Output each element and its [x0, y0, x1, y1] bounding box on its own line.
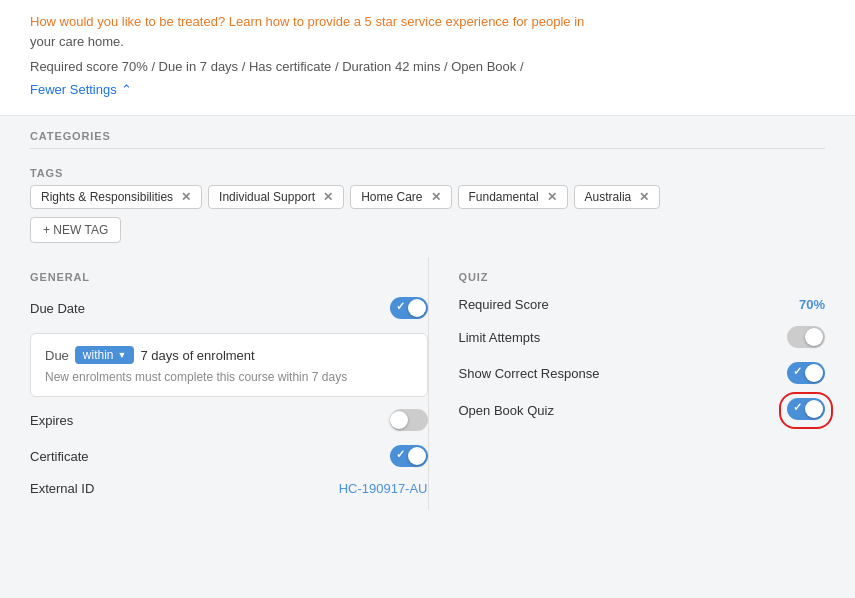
- tag-chip-individual: Individual Support ✕: [208, 185, 344, 209]
- chevron-down-icon: ▼: [118, 350, 127, 360]
- expires-toggle[interactable]: [390, 409, 428, 431]
- tag-text-homecare: Home Care: [361, 190, 422, 204]
- due-date-label: Due Date: [30, 301, 85, 316]
- general-section: GENERAL Due Date Due within ▼ 7 days: [30, 257, 428, 510]
- limit-attempts-label: Limit Attempts: [459, 330, 541, 345]
- required-score-label: Required Score: [459, 297, 549, 312]
- external-id-value: HC-190917-AU: [339, 481, 428, 496]
- show-correct-response-label: Show Correct Response: [459, 366, 600, 381]
- fewer-settings-label: Fewer Settings: [30, 82, 117, 97]
- open-book-quiz-toggle[interactable]: [787, 398, 825, 420]
- description-text: How would you like to be treated? Learn …: [30, 12, 825, 51]
- within-badge[interactable]: within ▼: [75, 346, 135, 364]
- page-container: How would you like to be treated? Learn …: [0, 0, 855, 598]
- required-score-row: Required Score 70%: [459, 297, 826, 312]
- external-id-row: External ID HC-190917-AU: [30, 481, 428, 496]
- main-grid: GENERAL Due Date Due within ▼ 7 days: [0, 257, 855, 530]
- certificate-row: Certificate: [30, 445, 428, 467]
- description-orange: How would you like to be treated? Learn …: [30, 14, 584, 29]
- due-date-row: Due Date: [30, 297, 428, 319]
- tag-remove-australia[interactable]: ✕: [639, 190, 649, 204]
- open-book-quiz-label: Open Book Quiz: [459, 403, 554, 418]
- expires-row: Expires: [30, 409, 428, 431]
- tags-label: TAGS: [30, 167, 825, 179]
- tags-section: TAGS Rights & Responsibilities ✕ Individ…: [0, 159, 855, 257]
- limit-attempts-toggle[interactable]: [787, 326, 825, 348]
- open-book-quiz-toggle-container: [787, 398, 825, 423]
- certificate-toggle[interactable]: [390, 445, 428, 467]
- new-tag-button[interactable]: + NEW TAG: [30, 217, 121, 243]
- tag-chip-homecare: Home Care ✕: [350, 185, 451, 209]
- due-inline: Due within ▼ 7 days of enrolment: [45, 346, 413, 364]
- quiz-section: QUIZ Required Score 70% Limit Attempts S…: [428, 257, 826, 510]
- expires-label: Expires: [30, 413, 73, 428]
- tag-remove-homecare[interactable]: ✕: [431, 190, 441, 204]
- days-text: 7 days of enrolment: [140, 348, 254, 363]
- external-id-label: External ID: [30, 481, 94, 496]
- top-section: How would you like to be treated? Learn …: [0, 0, 855, 116]
- tag-remove-rights[interactable]: ✕: [181, 190, 191, 204]
- quiz-label: QUIZ: [459, 271, 826, 283]
- show-correct-response-row: Show Correct Response: [459, 362, 826, 384]
- certificate-label: Certificate: [30, 449, 89, 464]
- tag-text-rights: Rights & Responsibilities: [41, 190, 173, 204]
- required-score-value: 70%: [799, 297, 825, 312]
- due-date-toggle[interactable]: [390, 297, 428, 319]
- tag-chip-fundamental: Fundamental ✕: [458, 185, 568, 209]
- tag-remove-individual[interactable]: ✕: [323, 190, 333, 204]
- chevron-up-icon: ⌃: [121, 82, 132, 97]
- of-enrolment-text: of enrolment: [182, 348, 254, 363]
- tag-text-fundamental: Fundamental: [469, 190, 539, 204]
- due-word: Due: [45, 348, 69, 363]
- categories-section: CATEGORIES: [0, 116, 855, 149]
- due-date-box: Due within ▼ 7 days of enrolment New enr…: [30, 333, 428, 397]
- description-dark: your care home.: [30, 34, 124, 49]
- tag-remove-fundamental[interactable]: ✕: [547, 190, 557, 204]
- tag-chip-rights: Rights & Responsibilities ✕: [30, 185, 202, 209]
- tag-text-australia: Australia: [585, 190, 632, 204]
- fewer-settings-link[interactable]: Fewer Settings ⌃: [30, 82, 132, 97]
- tags-row: Rights & Responsibilities ✕ Individual S…: [30, 185, 825, 209]
- new-tag-label: + NEW TAG: [43, 223, 108, 237]
- categories-label: CATEGORIES: [30, 130, 825, 142]
- general-label: GENERAL: [30, 271, 428, 283]
- due-hint: New enrolments must complete this course…: [45, 370, 413, 384]
- open-book-quiz-row: Open Book Quiz: [459, 398, 826, 423]
- limit-attempts-row: Limit Attempts: [459, 326, 826, 348]
- meta-line: Required score 70% / Due in 7 days / Has…: [30, 59, 825, 74]
- tag-chip-australia: Australia ✕: [574, 185, 661, 209]
- within-label: within: [83, 348, 114, 362]
- show-correct-response-toggle[interactable]: [787, 362, 825, 384]
- tag-text-individual: Individual Support: [219, 190, 315, 204]
